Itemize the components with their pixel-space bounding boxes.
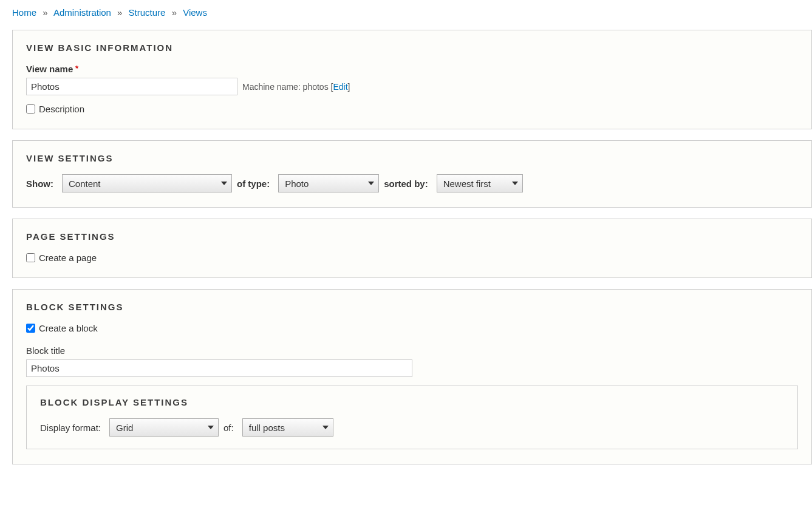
sorted-by-label: sorted by: [384, 178, 428, 189]
chevron-down-icon [364, 182, 378, 185]
fieldset-block-display-settings: BLOCK DISPLAY SETTINGS Display format: G… [26, 386, 798, 449]
required-marker: * [73, 64, 78, 73]
machine-name-text: Machine name: photos [Edit] [242, 82, 350, 92]
legend-view-settings: VIEW SETTINGS [26, 153, 798, 163]
show-label: Show: [26, 178, 53, 189]
description-label: Description [39, 104, 84, 114]
chevron-down-icon [508, 182, 522, 185]
show-select[interactable]: Content [62, 174, 232, 192]
machine-name-edit-link[interactable]: Edit [333, 82, 347, 92]
of-type-select-value: Photo [279, 178, 364, 189]
legend-basic-info: VIEW BASIC INFORMATION [26, 42, 798, 53]
display-format-select-value: Grid [110, 423, 203, 433]
breadcrumb-structure[interactable]: Structure [129, 7, 166, 18]
chevron-down-icon [217, 182, 231, 185]
description-checkbox[interactable] [26, 104, 35, 114]
show-select-value: Content [63, 178, 217, 189]
description-row: Description [26, 104, 798, 114]
fieldset-basic-info: VIEW BASIC INFORMATION View name * Machi… [12, 30, 812, 129]
of-select-value: full posts [243, 423, 318, 433]
of-type-label: of type: [237, 178, 270, 189]
legend-block-display-settings: BLOCK DISPLAY SETTINGS [40, 397, 784, 407]
create-block-row: Create a block [26, 323, 798, 333]
create-page-row: Create a page [26, 253, 798, 263]
chevron-down-icon [203, 426, 218, 429]
view-name-label: View name * [26, 64, 78, 74]
legend-page-settings: PAGE SETTINGS [26, 231, 798, 242]
breadcrumb: Home » Administration » Structure » View… [12, 7, 812, 18]
sorted-by-select-value: Newest first [437, 178, 508, 189]
create-block-checkbox[interactable] [26, 324, 35, 333]
of-type-select[interactable]: Photo [278, 174, 379, 192]
breadcrumb-administration[interactable]: Administration [53, 7, 111, 18]
display-format-label: Display format: [40, 423, 101, 433]
fieldset-block-settings: BLOCK SETTINGS Create a block Block titl… [12, 289, 812, 464]
view-name-input[interactable] [26, 78, 237, 95]
breadcrumb-sep: » [172, 7, 177, 18]
create-page-checkbox[interactable] [26, 253, 35, 262]
of-select[interactable]: full posts [242, 418, 333, 437]
breadcrumb-home[interactable]: Home [12, 7, 36, 18]
breadcrumb-sep: » [43, 7, 47, 18]
of-label: of: [223, 423, 234, 433]
create-page-label: Create a page [39, 253, 97, 263]
block-title-input[interactable] [26, 359, 412, 377]
chevron-down-icon [318, 426, 333, 429]
display-format-select[interactable]: Grid [109, 418, 219, 437]
block-title-label: Block title [26, 345, 65, 356]
breadcrumb-sep: » [117, 7, 122, 18]
sorted-by-select[interactable]: Newest first [437, 174, 523, 192]
create-block-label: Create a block [39, 323, 98, 333]
legend-block-settings: BLOCK SETTINGS [26, 302, 798, 312]
fieldset-view-settings: VIEW SETTINGS Show: Content of type: Pho… [12, 140, 812, 208]
fieldset-page-settings: PAGE SETTINGS Create a page [12, 219, 812, 278]
breadcrumb-views[interactable]: Views [183, 7, 207, 18]
